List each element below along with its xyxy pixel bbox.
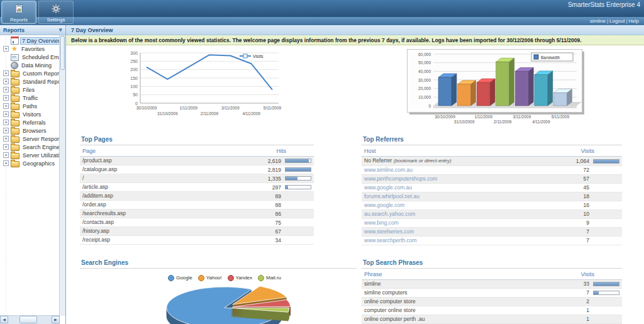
scroll-track[interactable] <box>8 316 52 324</box>
expand-icon[interactable]: + <box>3 46 9 52</box>
value-bar <box>593 238 619 243</box>
row-link[interactable]: www.steelseries.com <box>364 228 414 235</box>
email-report-icon <box>11 54 19 61</box>
top-search-phrases-title: Top Search Phrases <box>362 259 622 269</box>
value-bar <box>593 177 619 181</box>
scroll-left-button[interactable]: ◀ <box>0 316 8 323</box>
expand-icon[interactable]: + <box>3 160 9 166</box>
row-value: 75 <box>261 219 281 227</box>
value-bar <box>285 176 311 181</box>
sidebar-item-browsers[interactable]: +Browsers <box>0 126 60 135</box>
legend-label: Google <box>176 275 192 281</box>
table-row: /order.asp88 <box>80 201 314 209</box>
expand-icon[interactable]: + <box>3 79 9 84</box>
bandwidth-bar-chart: 010,00020,00030,00040,00050,00060,00030/… <box>406 48 644 130</box>
column-header-hits[interactable]: Hits <box>208 145 314 157</box>
row-value: 1,335 <box>261 175 281 183</box>
expand-icon[interactable]: + <box>3 152 9 158</box>
expand-icon[interactable]: + <box>3 120 9 125</box>
sidebar-item-standard-reports[interactable]: +Standard Reports <box>0 77 60 86</box>
sidebar-item-scheduled-email-reports[interactable]: Scheduled Email Reports <box>0 53 60 61</box>
sidebar-header[interactable]: Reports ▼ <box>0 25 65 35</box>
logout-link[interactable]: Logout <box>609 18 625 24</box>
table-row: www.google.com16 <box>362 201 622 209</box>
row-link[interactable]: www.searchperth.com <box>364 237 417 243</box>
expand-icon[interactable]: + <box>3 87 9 92</box>
sidebar-item-geographics[interactable]: +Geographics <box>0 159 60 167</box>
sidebar-item-server-utilization[interactable]: +Server Utilization <box>0 151 60 159</box>
svg-text:50: 50 <box>133 92 138 97</box>
sidebar-item-files[interactable]: +Files <box>0 86 60 94</box>
column-header-visits[interactable]: Visits <box>516 145 622 157</box>
table-row: /searchresults.asp86 <box>80 209 314 218</box>
sidebar-item-custom-reports[interactable]: +Custom Reports <box>0 69 60 77</box>
column-header-page[interactable]: Page <box>80 145 208 157</box>
horizontal-scroll-thumb[interactable] <box>19 316 37 323</box>
row-label: /additem.asp <box>82 193 113 199</box>
folder-icon <box>11 137 19 143</box>
value-bar <box>285 229 311 233</box>
sidebar-item-favorites[interactable]: +★Favorites <box>0 45 60 53</box>
legend-item-mail-ru[interactable]: Mail.ru <box>258 275 281 281</box>
sidebar-item-7-day-overview[interactable]: 7 Day Overview <box>0 36 60 45</box>
table-row: online computer store2 <box>362 297 622 306</box>
row-link[interactable]: www.perthcomputershops.com <box>364 176 437 182</box>
column-header-host[interactable]: Host <box>362 145 516 157</box>
row-value: 18 <box>569 193 589 201</box>
section-top-referrers: Top Referrers Host Visits No Referrer (b… <box>362 136 622 245</box>
expand-icon[interactable]: + <box>3 111 9 117</box>
tab-reports[interactable]: Reports <box>1 1 36 24</box>
sidebar-item-label: Visitors <box>21 111 42 118</box>
expand-icon[interactable]: + <box>3 128 9 133</box>
value-bar <box>285 185 311 189</box>
value-bar <box>593 230 619 234</box>
sidebar-item-visitors[interactable]: +Visitors <box>0 110 60 118</box>
sidebar-horizontal-scrollbar[interactable]: ◀ ▶ <box>0 315 60 324</box>
row-link[interactable]: www.google.com.au <box>364 184 412 191</box>
table-row: simline computers7 <box>362 288 622 297</box>
sidebar-item-traffic[interactable]: +Traffic <box>0 94 60 102</box>
sidebar-vertical-scrollbar[interactable] <box>59 35 65 316</box>
column-header-phrase-visits[interactable]: Visits <box>516 269 622 280</box>
sidebar-item-search-engines[interactable]: +Search Engines <box>0 143 60 151</box>
table-row: computer online store1 <box>362 306 622 315</box>
row-link[interactable]: forums.whirlpool.net.au <box>364 193 419 199</box>
svg-text:1/11/2009: 1/11/2009 <box>179 106 197 110</box>
top-referrers-table: Host Visits No Referrer (bookmark or dir… <box>362 145 622 245</box>
legend-swatch <box>198 275 204 281</box>
row-link[interactable]: www.bing.com <box>364 220 399 226</box>
legend-item-yahoo[interactable]: Yahoo! <box>198 275 222 281</box>
expand-icon[interactable]: + <box>3 95 9 101</box>
legend-item-yandex[interactable]: Yandex <box>228 275 253 281</box>
column-header-phrase[interactable]: Phrase <box>362 269 516 280</box>
scroll-right-button[interactable]: ▶ <box>52 316 60 323</box>
expand-icon[interactable]: + <box>3 70 9 76</box>
user-link[interactable]: simline <box>590 18 606 24</box>
sidebar-item-referrals[interactable]: +Referrals <box>0 118 60 126</box>
collapse-arrow-icon[interactable]: ▼ <box>59 28 62 33</box>
tab-settings[interactable]: Settings <box>38 1 74 24</box>
help-link[interactable]: Help <box>629 18 639 24</box>
vertical-scroll-thumb[interactable] <box>60 36 65 70</box>
row-link[interactable]: www.simline.com.au <box>364 167 413 173</box>
svg-text:4/11/2009: 4/11/2009 <box>532 120 550 124</box>
expand-icon[interactable]: + <box>3 144 9 150</box>
table-row: online computer perth .au1 <box>362 315 622 323</box>
expand-icon[interactable]: + <box>3 103 9 109</box>
svg-text:60,000: 60,000 <box>418 52 431 57</box>
tree-spacer <box>3 38 9 43</box>
expand-icon[interactable]: + <box>3 136 9 142</box>
sidebar-item-server-responses[interactable]: +Server Responses <box>0 135 60 143</box>
row-link[interactable]: www.google.com <box>364 202 404 208</box>
sidebar-item-paths[interactable]: +Paths <box>0 102 60 110</box>
value-bar <box>593 291 619 295</box>
sidebar-item-data-mining[interactable]: Data Mining <box>0 61 60 69</box>
svg-text:31/10/2009: 31/10/2009 <box>454 120 475 124</box>
legend-item-google[interactable]: Google <box>168 275 192 281</box>
value-bar <box>593 212 619 216</box>
row-link[interactable]: au.search.yahoo.com <box>364 211 415 217</box>
sidebar-item-label: Search Engines <box>21 144 60 150</box>
tree-spacer <box>3 54 9 60</box>
legend-label: Yandex <box>236 275 253 281</box>
legend-swatch <box>168 275 174 281</box>
